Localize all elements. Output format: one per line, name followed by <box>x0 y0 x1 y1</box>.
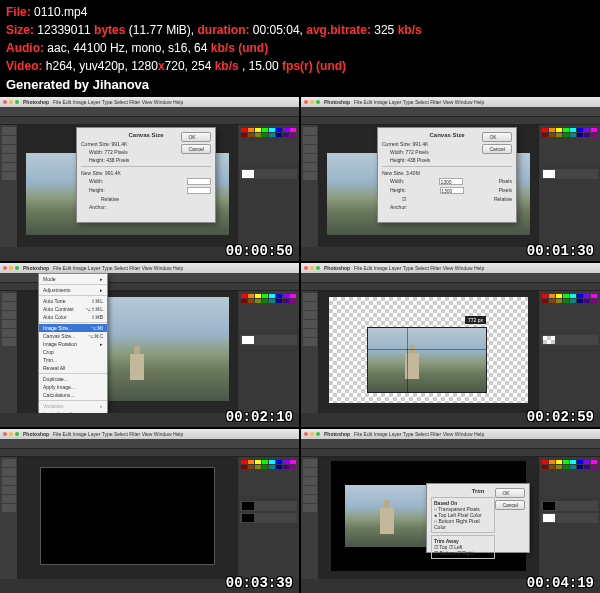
ok-button[interactable]: OK <box>495 488 525 498</box>
cancel-button[interactable]: Cancel <box>482 144 512 154</box>
timestamp: 00:02:59 <box>527 409 594 425</box>
current-size: Current Size: 991.4K <box>81 141 127 147</box>
thumb-6: PhotoshopFile Edit Image Layer Type Sele… <box>301 429 600 593</box>
file-value: 0110.mp4 <box>34 5 87 19</box>
timestamp: 00:01:30 <box>527 243 594 259</box>
duration-value: 00:05:04 <box>253 23 300 37</box>
swatch-grid <box>241 128 296 137</box>
timestamp: 00:04:19 <box>527 575 594 591</box>
height-field[interactable] <box>187 187 211 194</box>
width-field[interactable]: 1300 <box>439 178 463 185</box>
menubar: Photoshop File Edit Image Layer Type Sel… <box>0 97 299 107</box>
video-fps: , 15.00 <box>242 59 279 73</box>
swatch-grid <box>542 294 597 303</box>
cancel-button[interactable]: Cancel <box>181 144 211 154</box>
app-name: Photoshop <box>23 99 49 105</box>
swatch-grid <box>542 128 597 137</box>
anchor-label: Anchor: <box>89 204 106 210</box>
size-mib: (11.77 MiB) <box>129 23 191 37</box>
image-size-menuitem[interactable]: Image Size... <box>43 325 72 331</box>
video-fps-unit: fps(r) (und) <box>282 59 346 73</box>
bitrate-unit: kb/s <box>398 23 422 37</box>
canvas-size-dialog: Canvas Size OKCancel Current Size: 991.4… <box>377 127 517 223</box>
timestamp: 00:02:10 <box>226 409 293 425</box>
black-document <box>40 467 215 565</box>
video-codec: h264, yuv420p, 1280 <box>46 59 158 73</box>
swatch-grid <box>542 460 597 469</box>
menu-items: File Edit Image Layer Type Select Filter… <box>53 99 183 105</box>
size-label: Size: <box>6 23 34 37</box>
file-label: File: <box>6 5 31 19</box>
ok-button[interactable]: OK <box>181 132 211 142</box>
timestamp: 00:03:39 <box>226 575 293 591</box>
relative-checkbox[interactable]: Relative <box>494 196 512 202</box>
video-label: Video: <box>6 59 42 73</box>
width-field[interactable] <box>187 178 211 185</box>
bitrate-label: avg.bitrate: <box>306 23 371 37</box>
video-x: x <box>158 59 165 73</box>
thumb-3: PhotoshopFile Edit Image Layer Type Sele… <box>0 263 299 427</box>
swatch-grid <box>241 294 296 303</box>
thumb-4: PhotoshopFile Edit Image Layer Type Sele… <box>301 263 600 427</box>
height-field[interactable]: 1300 <box>440 187 464 194</box>
options-bar <box>0 117 299 125</box>
height-readout: Height: 438 Pixels <box>89 157 129 163</box>
ok-button[interactable]: OK <box>482 132 512 142</box>
size-bytes: 12339011 <box>37 23 90 37</box>
relative-checkbox[interactable]: Relative <box>101 196 119 202</box>
timestamp: 00:00:50 <box>226 243 293 259</box>
new-size: New Size: 991.4K <box>81 170 121 176</box>
size-unit: bytes <box>94 23 125 37</box>
bitrate-value: 325 <box>374 23 394 37</box>
image-menu-dropdown[interactable]: Mode▸ Adjustments▸ Auto Tone⇧⌘L Auto Con… <box>38 273 108 427</box>
audio-codec: aac, 44100 Hz, mono, s16, 64 <box>47 41 207 55</box>
thumb-5: PhotoshopFile Edit Image Layer Type Sele… <box>0 429 299 593</box>
canvas-size-dialog: Canvas Size OK Cancel Current Size: 991.… <box>76 127 216 223</box>
audio-unit: kb/s (und) <box>211 41 268 55</box>
thumb-2: PhotoshopFile Edit Image Layer Type Sele… <box>301 97 600 261</box>
video-res2: 720, 254 <box>165 59 212 73</box>
cancel-button[interactable]: Cancel <box>495 500 525 510</box>
audio-label: Audio: <box>6 41 44 55</box>
generated-by: Generated by Jihanova <box>6 75 594 95</box>
canvas-area: Canvas Size OK Cancel Current Size: 991.… <box>18 125 237 247</box>
thumbnail-grid: Photoshop File Edit Image Layer Type Sel… <box>0 97 600 594</box>
trim-opt-bottomright[interactable]: Bottom Right Pixel Color <box>434 518 480 530</box>
thumb-1: Photoshop File Edit Image Layer Type Sel… <box>0 97 299 261</box>
width-label: Width: <box>89 178 103 185</box>
toolbar <box>0 107 299 117</box>
crop-size-label: 772 px <box>465 316 486 324</box>
video-unit: kb/s <box>215 59 239 73</box>
height-label: Height: <box>89 187 105 194</box>
right-panels <box>237 125 299 247</box>
trim-dialog: Trim OKCancel Based On ○ Transparent Pix… <box>426 483 530 553</box>
crop-frame[interactable]: 772 px <box>367 327 487 393</box>
swatch-grid <box>241 460 296 469</box>
tool-panel <box>0 125 18 247</box>
duration-label: duration: <box>198 23 250 37</box>
width-readout: Width: 772 Pixels <box>89 149 128 155</box>
